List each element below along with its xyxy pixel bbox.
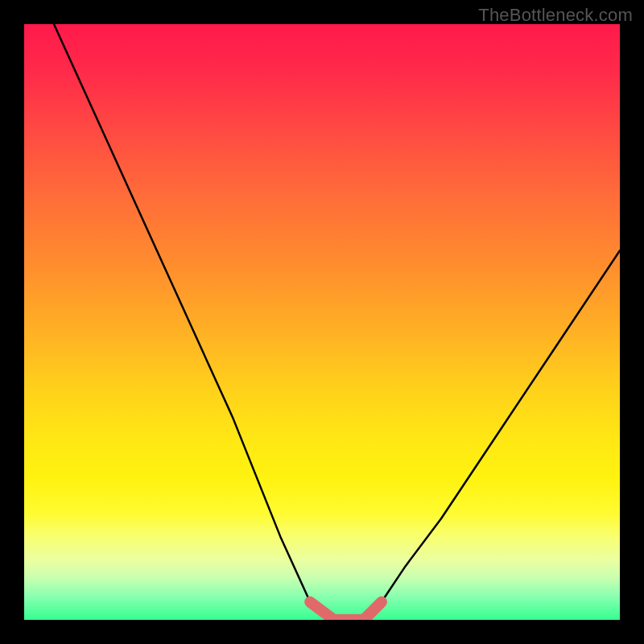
chart-svg [24, 24, 620, 620]
highlight-segment-path [310, 602, 382, 620]
attribution-text: TheBottleneck.com [478, 5, 633, 26]
bottleneck-curve-path [54, 24, 620, 620]
bottleneck-chart [24, 24, 620, 620]
